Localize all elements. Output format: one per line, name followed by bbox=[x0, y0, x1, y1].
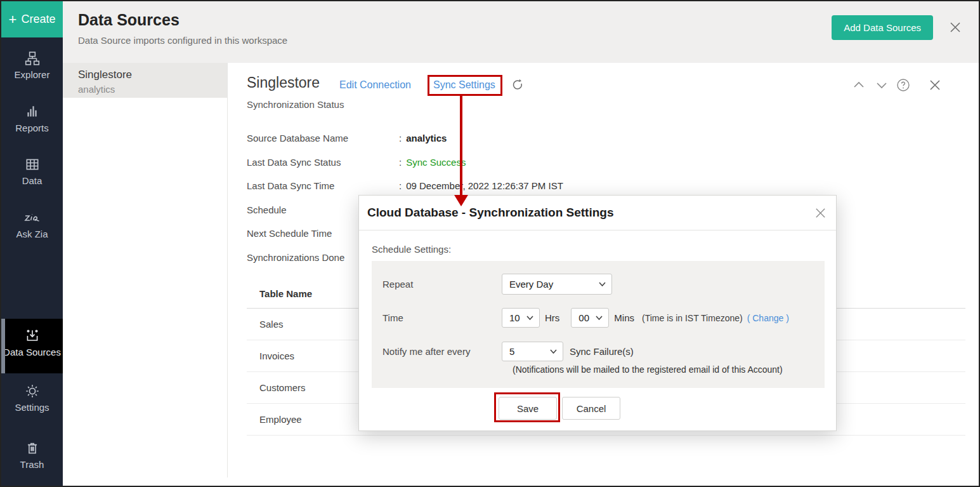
chevron-down-icon bbox=[599, 282, 606, 286]
sidebar-item-trash[interactable]: Trash bbox=[1, 439, 63, 470]
plus-icon: + bbox=[9, 13, 17, 27]
repeat-select[interactable]: Every Day bbox=[502, 274, 612, 295]
field-label: Source Database Name bbox=[247, 133, 399, 143]
hours-value: 10 bbox=[509, 312, 520, 323]
app-window: + Create Explorer Reports bbox=[0, 0, 980, 487]
dialog-title: Cloud Database - Synchronization Setting… bbox=[367, 206, 614, 220]
create-label: Create bbox=[21, 13, 55, 26]
sidebar-item-ask-zia[interactable]: Ask Zia bbox=[1, 209, 63, 239]
field-separator: : bbox=[399, 157, 402, 168]
notify-count-select[interactable]: 5 bbox=[502, 342, 563, 361]
sidebar-item-label: Explorer bbox=[15, 69, 50, 80]
add-data-sources-button[interactable]: Add Data Sources bbox=[832, 15, 933, 40]
close-icon[interactable] bbox=[948, 20, 962, 34]
repeat-label: Repeat bbox=[382, 279, 502, 290]
left-nav-rail: + Create Explorer Reports bbox=[1, 1, 63, 486]
dialog-header: Cloud Database - Synchronization Setting… bbox=[359, 196, 836, 230]
cancel-button[interactable]: Cancel bbox=[562, 397, 620, 420]
sidebar-item-data[interactable]: Data bbox=[1, 156, 63, 186]
notify-label: Notify me after every bbox=[382, 346, 502, 357]
hierarchy-icon bbox=[24, 50, 41, 67]
sidebar-item-label: Data Sources bbox=[3, 347, 61, 357]
save-button[interactable]: Save bbox=[499, 397, 557, 420]
data-import-icon bbox=[24, 327, 41, 345]
sidebar-item-reports[interactable]: Reports bbox=[1, 103, 63, 133]
sidebar-item-settings[interactable]: Settings bbox=[1, 382, 63, 413]
sidebar-item-explorer[interactable]: Explorer bbox=[1, 50, 63, 80]
repeat-row: Repeat Every Day bbox=[382, 274, 818, 295]
create-button[interactable]: + Create bbox=[1, 1, 63, 37]
chevron-down-icon[interactable] bbox=[875, 78, 889, 92]
detail-toolbar bbox=[852, 78, 942, 92]
sync-failures-label: Sync Failure(s) bbox=[570, 346, 634, 357]
field-value: analytics bbox=[406, 133, 447, 143]
field-value: 09 December, 2022 12:26:37 PM IST bbox=[406, 180, 563, 191]
field-row: Last Data Sync Time : 09 December, 2022 … bbox=[247, 174, 966, 198]
field-row: Source Database Name : analytics bbox=[247, 126, 966, 150]
dialog-buttons: Save Cancel bbox=[359, 397, 836, 420]
field-separator: : bbox=[399, 180, 402, 191]
trash-icon bbox=[24, 439, 41, 457]
sidebar-item-label: Settings bbox=[15, 402, 49, 413]
source-list-sidebar: Singlestore analytics bbox=[63, 63, 228, 477]
active-indicator bbox=[1, 319, 5, 373]
field-value: Sync Success bbox=[406, 157, 466, 168]
chevron-down-icon bbox=[550, 349, 557, 354]
source-database: analytics bbox=[78, 83, 227, 96]
section-title: Synchronization Status bbox=[247, 99, 344, 110]
help-icon[interactable] bbox=[896, 78, 910, 92]
gear-icon bbox=[24, 382, 41, 400]
notification-note: (Notifications will be mailed to the reg… bbox=[513, 364, 783, 375]
zia-icon bbox=[23, 209, 41, 227]
minutes-value: 00 bbox=[578, 312, 589, 323]
page-subtitle: Data Source imports configured in this w… bbox=[78, 35, 287, 46]
notify-row: Notify me after every 5 Sync Failure(s) bbox=[382, 342, 818, 361]
page-header: Data Sources Data Source imports configu… bbox=[63, 1, 979, 63]
page-title: Data Sources bbox=[78, 11, 180, 29]
hours-unit-label: Hrs bbox=[545, 312, 559, 323]
schedule-settings-title: Schedule Settings: bbox=[372, 244, 451, 255]
refresh-icon[interactable] bbox=[511, 78, 525, 92]
repeat-value: Every Day bbox=[509, 279, 553, 290]
connection-title: Singlestore bbox=[247, 74, 320, 91]
time-row: Time 10 Hrs 00 Mins (Time is in IST Time… bbox=[382, 308, 818, 328]
table-icon bbox=[24, 156, 41, 173]
chevron-down-icon bbox=[526, 316, 533, 320]
sync-settings-link[interactable]: Sync Settings bbox=[433, 79, 495, 91]
field-row: Last Data Sync Status : Sync Success bbox=[247, 150, 966, 175]
time-label: Time bbox=[382, 312, 502, 323]
close-icon[interactable] bbox=[814, 206, 827, 220]
sidebar-item-data-sources[interactable]: Data Sources bbox=[1, 319, 63, 373]
bar-chart-icon bbox=[24, 103, 41, 121]
minutes-select[interactable]: 00 bbox=[571, 308, 609, 328]
chevron-up-icon[interactable] bbox=[852, 78, 866, 92]
schedule-panel: Repeat Every Day Time 10 Hrs 00 Mins bbox=[372, 261, 825, 388]
field-label: Last Data Sync Status bbox=[247, 157, 399, 168]
sidebar-item-label: Ask Zia bbox=[16, 229, 48, 239]
minutes-unit-label: Mins bbox=[614, 312, 634, 323]
sidebar-item-label: Trash bbox=[20, 459, 44, 470]
source-name: Singlestore bbox=[78, 67, 227, 83]
field-separator: : bbox=[399, 133, 402, 143]
timezone-note: (Time is in IST Timezone) bbox=[642, 313, 743, 323]
hours-select[interactable]: 10 bbox=[502, 308, 540, 328]
change-timezone-link[interactable]: ( Change ) bbox=[747, 313, 789, 323]
notify-count-value: 5 bbox=[509, 346, 514, 357]
field-label: Last Data Sync Time bbox=[247, 180, 399, 191]
sidebar-item-label: Reports bbox=[15, 123, 49, 133]
edit-connection-link[interactable]: Edit Connection bbox=[339, 79, 411, 91]
sync-settings-dialog: Cloud Database - Synchronization Setting… bbox=[358, 195, 837, 431]
chevron-down-icon bbox=[596, 316, 603, 320]
sidebar-item-label: Data bbox=[22, 175, 42, 186]
source-list-item-singlestore[interactable]: Singlestore analytics bbox=[63, 63, 227, 98]
close-icon[interactable] bbox=[928, 78, 942, 92]
